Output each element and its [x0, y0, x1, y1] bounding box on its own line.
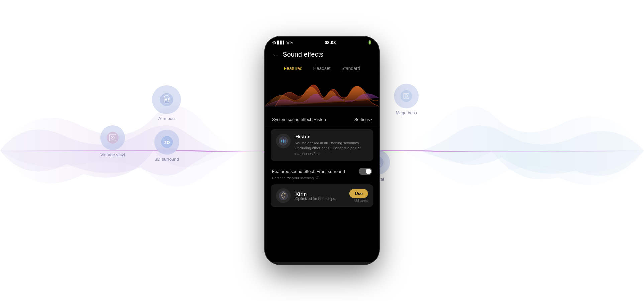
screen-header: ← Sound effects [265, 46, 379, 61]
ai-mode-circle: AI [152, 85, 181, 114]
users-count: 6M users [354, 199, 368, 202]
battery-icon: 🔋 [367, 40, 372, 45]
kirin-icon [276, 188, 291, 203]
status-right: 🔋 [367, 40, 372, 45]
kirin-title: Kirin [295, 191, 345, 197]
phone: 4G ▋▋▋ WiFi 08:08 🔋 ← Sound effects Feat… [265, 37, 379, 264]
system-effect-bar: System sound effect: Histen Settings › [265, 113, 379, 126]
float-icon-mega-bass: Mega bass [394, 84, 419, 115]
tab-featured[interactable]: Featured [278, 64, 308, 73]
histen-title: Histen [295, 134, 368, 139]
vintage-vinyl-label: Vintage vinyl [100, 152, 125, 157]
featured-effect-section: Featured sound effect: Front surround Pe… [265, 164, 379, 182]
histen-card: Histen Will be applied in all listening … [271, 129, 373, 161]
tabs-container: Featured Headset Standard [265, 61, 379, 73]
mega-bass-circle [394, 84, 419, 108]
chevron-right-icon: › [371, 117, 372, 122]
featured-effect-label: Featured sound effect: Front surround [272, 169, 345, 174]
screen: ← Sound effects Featured Headset Standar… [265, 46, 379, 262]
wifi-icon: WiFi [286, 41, 293, 44]
back-button[interactable]: ← [272, 51, 279, 58]
settings-label: Settings [354, 117, 370, 122]
svg-text:3D: 3D [164, 140, 170, 145]
kirin-text: Kirin Optimized for Kirin chips. [295, 191, 345, 201]
waveform-display [265, 73, 379, 113]
svg-point-6 [112, 137, 113, 138]
vintage-vinyl-circle [100, 125, 125, 150]
svg-point-15 [404, 94, 405, 94]
status-time: 08:08 [325, 40, 336, 45]
personalize-label: Personalize your listening. [272, 176, 315, 180]
bars-icon: ▋▋▋ [277, 41, 285, 44]
float-icon-3d-surround: 3D 3D surround [154, 130, 179, 162]
svg-point-21 [282, 195, 283, 196]
histen-icon [276, 134, 291, 148]
3d-surround-label: 3D surround [155, 157, 179, 162]
svg-point-14 [406, 96, 407, 97]
histen-description: Will be applied in all listening scenari… [295, 141, 368, 156]
use-button[interactable]: Use [349, 189, 368, 198]
float-icon-ai-mode: AI AI mode [152, 85, 181, 121]
phone-body: 4G ▋▋▋ WiFi 08:08 🔋 ← Sound effects Feat… [265, 37, 379, 264]
ai-mode-label: AI mode [158, 116, 175, 121]
signal-icon: 4G [272, 41, 276, 44]
settings-link[interactable]: Settings › [354, 117, 372, 122]
3d-surround-circle: 3D [154, 130, 179, 155]
kirin-description: Optimized for Kirin chips. [295, 197, 345, 201]
tab-headset[interactable]: Headset [308, 64, 336, 73]
float-icon-vintage-vinyl: Vintage vinyl [100, 125, 125, 157]
personalize-text: Personalize your listening. ⓘ [272, 176, 372, 180]
use-group: Use 6M users [349, 189, 368, 202]
status-bar: 4G ▋▋▋ WiFi 08:08 🔋 [265, 37, 379, 46]
info-icon: ⓘ [316, 176, 319, 180]
histen-text: Histen Will be applied in all listening … [295, 134, 368, 156]
status-left: 4G ▋▋▋ WiFi [272, 41, 293, 44]
toggle-switch[interactable] [359, 168, 372, 175]
tab-standard[interactable]: Standard [336, 64, 366, 73]
mega-bass-label: Mega bass [396, 110, 417, 115]
screen-title: Sound effects [283, 51, 323, 58]
kirin-card: Kirin Optimized for Kirin chips. Use 6M … [271, 184, 373, 207]
system-effect-label: System sound effect: Histen [272, 117, 326, 122]
